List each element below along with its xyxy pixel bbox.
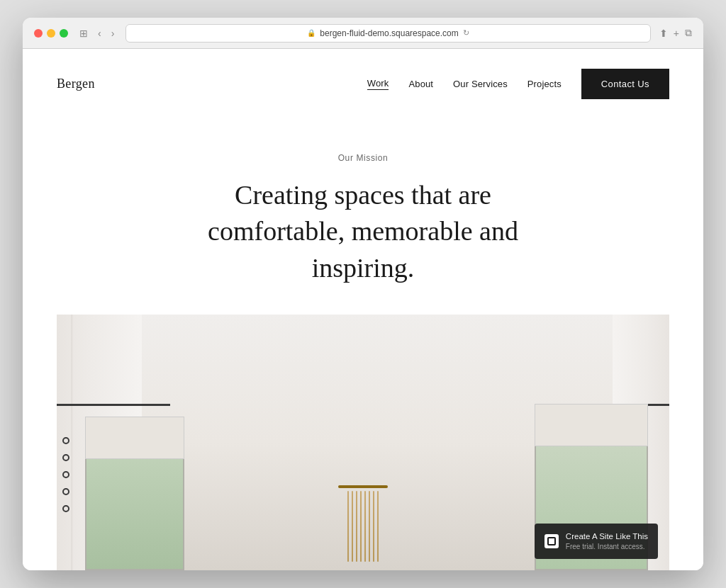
brand-logo[interactable]: Bergen — [57, 77, 95, 91]
mission-heading: Creating spaces that are comfortable, me… — [179, 177, 547, 286]
url-text: bergen-fluid-demo.squarespace.com — [320, 28, 458, 38]
heading-line1: Creating spaces that are — [235, 180, 491, 210]
macrame-string — [377, 491, 379, 562]
heading-line2: comfortable, memorable and — [208, 216, 518, 246]
nav-link-services[interactable]: Our Services — [453, 79, 508, 89]
room-image-section: Create A Site Like This Free trial. Inst… — [57, 315, 669, 570]
macrame-string — [369, 491, 370, 562]
browser-controls: ⊞ ‹ › — [77, 26, 117, 40]
ring — [62, 471, 69, 478]
room-image: Create A Site Like This Free trial. Inst… — [57, 315, 669, 570]
squarespace-badge[interactable]: Create A Site Like This Free trial. Inst… — [535, 524, 658, 559]
macrame-string — [352, 491, 353, 562]
macrame-string — [360, 491, 362, 562]
squarespace-badge-text: Create A Site Like This Free trial. Inst… — [566, 531, 648, 552]
share-icon[interactable]: ⬆ — [659, 28, 668, 39]
macrame-string — [364, 491, 366, 562]
ring — [62, 488, 69, 495]
lock-icon: 🔒 — [307, 29, 315, 37]
browser-dots — [34, 29, 68, 38]
navbar: Bergen Work About Our Services Projects … — [23, 49, 703, 119]
minimize-dot[interactable] — [47, 29, 55, 38]
mission-label: Our Mission — [57, 153, 669, 163]
macrame-rod — [338, 485, 388, 488]
hero-section: Our Mission Creating spaces that are com… — [23, 119, 703, 315]
page-content: Bergen Work About Our Services Projects … — [23, 49, 703, 570]
ring — [62, 437, 69, 444]
macrame-string — [356, 491, 357, 562]
browser-window: ⊞ ‹ › 🔒 bergen-fluid-demo.squarespace.co… — [23, 18, 703, 570]
nav-links: Work About Our Services Projects Contact… — [367, 69, 669, 99]
address-bar[interactable]: 🔒 bergen-fluid-demo.squarespace.com ↻ — [125, 24, 650, 43]
forward-button[interactable]: › — [108, 26, 118, 40]
ring — [62, 505, 69, 512]
macrame-string — [347, 491, 349, 562]
ring — [62, 454, 69, 461]
badge-title: Create A Site Like This — [566, 531, 648, 542]
heading-line3: inspiring. — [312, 253, 415, 283]
new-tab-icon[interactable]: + — [674, 28, 679, 39]
squarespace-logo-inner — [547, 537, 556, 545]
macrame-strings — [347, 491, 379, 562]
maximize-dot[interactable] — [60, 29, 68, 38]
window-control-icon: ⊞ — [77, 26, 91, 40]
tabs-icon[interactable]: ⧉ — [685, 27, 692, 39]
nav-link-projects[interactable]: Projects — [527, 79, 562, 89]
nav-link-work[interactable]: Work — [367, 78, 389, 90]
reload-icon[interactable]: ↻ — [463, 28, 469, 38]
roman-shade-left — [85, 417, 184, 459]
contact-button[interactable]: Contact Us — [581, 69, 669, 99]
back-button[interactable]: ‹ — [95, 26, 104, 40]
roman-shade-right — [535, 404, 648, 446]
badge-subtitle: Free trial. Instant access. — [566, 542, 648, 552]
nav-link-about[interactable]: About — [408, 79, 433, 89]
close-dot[interactable] — [34, 29, 43, 38]
curtain-rings — [57, 437, 69, 512]
macrame-decoration — [335, 485, 391, 570]
browser-chrome: ⊞ ‹ › 🔒 bergen-fluid-demo.squarespace.co… — [23, 18, 703, 49]
macrame-string — [373, 491, 374, 562]
curtain-rod-left — [57, 404, 170, 406]
browser-actions: ⬆ + ⧉ — [659, 27, 692, 39]
squarespace-logo — [544, 534, 559, 548]
